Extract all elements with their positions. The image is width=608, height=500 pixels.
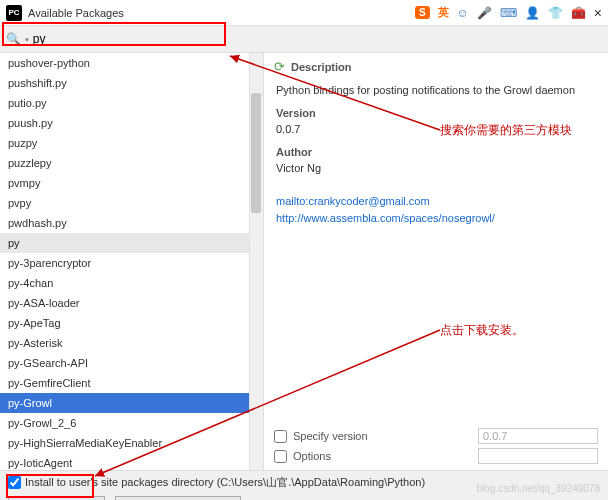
list-item[interactable]: pvmpy xyxy=(0,173,263,193)
install-user-site-label: Install to user's site packages director… xyxy=(25,475,425,490)
specify-version-label: Specify version xyxy=(293,430,368,442)
list-item[interactable]: puzpy xyxy=(0,133,263,153)
options-checkbox[interactable] xyxy=(274,450,287,463)
shirt-icon[interactable]: 👕 xyxy=(548,6,563,20)
app-icon: PC xyxy=(6,5,22,21)
scrollbar-thumb[interactable] xyxy=(251,93,261,213)
details-panel: ⟳ Description Python bindings for postin… xyxy=(264,53,608,470)
description-label: Description xyxy=(291,61,352,73)
list-item[interactable]: putio.py xyxy=(0,93,263,113)
list-item[interactable]: pvpy xyxy=(0,193,263,213)
search-prefix: • xyxy=(25,33,29,45)
search-input[interactable] xyxy=(31,30,602,48)
watermark: blog.csdn.net/qq_39249078 xyxy=(477,483,600,494)
options-label: Options xyxy=(293,450,331,462)
list-item[interactable]: puzzlepy xyxy=(0,153,263,173)
specify-version-checkbox[interactable] xyxy=(274,430,287,443)
list-item[interactable]: py-GSearch-API xyxy=(0,353,263,373)
manage-repositories-button[interactable]: Manage Repositories xyxy=(115,496,241,500)
toolbox-icon[interactable]: 🧰 xyxy=(571,6,586,20)
install-package-button[interactable]: Install Package xyxy=(8,496,105,500)
package-version: 0.0.7 xyxy=(276,121,596,138)
specify-version-input[interactable] xyxy=(478,428,598,444)
list-item[interactable]: py-Growl_2_6 xyxy=(0,413,263,433)
list-item[interactable]: py xyxy=(0,233,263,253)
package-list[interactable]: pushover-pythonpushshift.pyputio.pypuush… xyxy=(0,53,263,470)
package-list-panel: pushover-pythonpushshift.pyputio.pypuush… xyxy=(0,53,264,470)
ime-badge: S xyxy=(415,6,430,19)
user-icon[interactable]: 👤 xyxy=(525,6,540,20)
package-description: Python bindings for posting notification… xyxy=(276,82,596,99)
list-item[interactable]: pushshift.py xyxy=(0,73,263,93)
ime-mode: 英 xyxy=(438,5,449,20)
face-icon[interactable]: ☺ xyxy=(457,6,469,20)
list-item[interactable]: py-IoticAgent xyxy=(0,453,263,470)
keyboard-icon[interactable]: ⌨ xyxy=(500,6,517,20)
list-item[interactable]: py-GemfireClient xyxy=(0,373,263,393)
options-input[interactable] xyxy=(478,448,598,464)
close-icon[interactable]: × xyxy=(594,5,602,21)
install-user-site-checkbox[interactable] xyxy=(8,476,21,489)
list-item[interactable]: py-HighSierraMediaKeyEnabler xyxy=(0,433,263,453)
list-item[interactable]: py-3parencryptor xyxy=(0,253,263,273)
list-item[interactable]: py-Asterisk xyxy=(0,333,263,353)
mic-icon[interactable]: 🎤 xyxy=(477,6,492,20)
mailto-link[interactable]: mailto:crankycoder@gmail.com xyxy=(276,193,596,210)
search-icon: 🔍 xyxy=(6,32,21,46)
list-item[interactable]: py-4chan xyxy=(0,273,263,293)
refresh-icon[interactable]: ⟳ xyxy=(274,59,285,74)
list-item[interactable]: pushover-python xyxy=(0,53,263,73)
version-label: Version xyxy=(276,105,596,122)
list-item[interactable]: py-ApeTag xyxy=(0,313,263,333)
project-url-link[interactable]: http://www.assembla.com/spaces/nosegrowl… xyxy=(276,210,596,227)
list-item[interactable]: puush.py xyxy=(0,113,263,133)
list-item[interactable]: py-ASA-loader xyxy=(0,293,263,313)
window-title: Available Packages xyxy=(28,7,124,19)
scrollbar[interactable] xyxy=(249,53,263,470)
package-author: Victor Ng xyxy=(276,160,596,177)
list-item[interactable]: pwdhash.py xyxy=(0,213,263,233)
list-item[interactable]: py-Growl xyxy=(0,393,263,413)
author-label: Author xyxy=(276,144,596,161)
